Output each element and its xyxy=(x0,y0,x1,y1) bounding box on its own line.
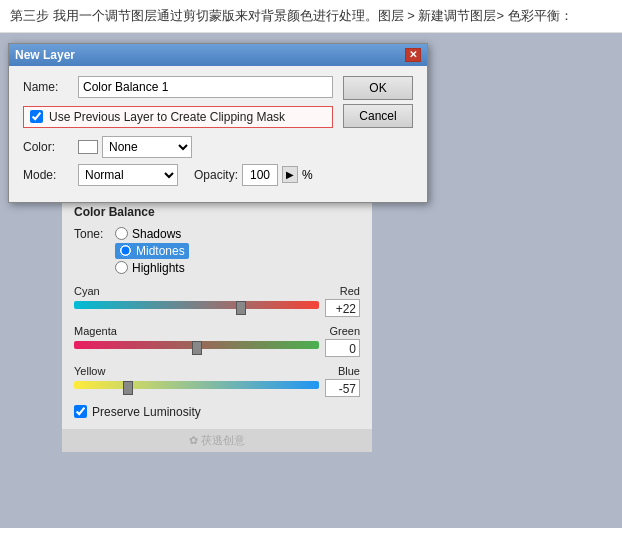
tone-shadows[interactable]: Shadows xyxy=(115,227,189,241)
magenta-green-value: 0 xyxy=(325,339,360,357)
tone-options: Shadows Midtones Highlights xyxy=(115,227,189,275)
opacity-label: Opacity: xyxy=(194,168,238,182)
blue-label: Blue xyxy=(338,365,360,377)
magenta-green-slider-row: Magenta Green 0 xyxy=(74,325,360,357)
color-select[interactable]: None xyxy=(102,136,192,158)
dialog-title: New Layer xyxy=(15,48,75,62)
name-input[interactable] xyxy=(78,76,333,98)
top-text: 第三步 我用一个调节图层通过剪切蒙版来对背景颜色进行处理。图层 > 新建调节图层… xyxy=(0,0,622,33)
ok-button[interactable]: OK xyxy=(343,76,413,100)
adj-body: Color Balance Tone: Shadows Midtones H xyxy=(62,197,372,429)
preserve-luminosity-checkbox[interactable] xyxy=(74,405,87,418)
cyan-label: Cyan xyxy=(74,285,100,297)
adjustments-panel: ADJUSTMENTS ≡ ◀▶ Color Balance Tone: Sha… xyxy=(62,173,372,452)
opacity-unit: % xyxy=(302,168,313,182)
red-label: Red xyxy=(340,285,360,297)
name-label: Name: xyxy=(23,80,78,94)
color-swatch xyxy=(78,140,98,154)
cyan-red-slider[interactable] xyxy=(74,301,319,315)
section-title: Color Balance xyxy=(74,205,360,219)
mode-label: Mode: xyxy=(23,168,78,182)
yellow-label: Yellow xyxy=(74,365,105,377)
opacity-stepper[interactable]: ▶ xyxy=(282,166,298,183)
mode-select[interactable]: Normal xyxy=(78,164,178,186)
clipping-mask-checkbox[interactable] xyxy=(30,110,43,123)
magenta-label: Magenta xyxy=(74,325,117,337)
new-layer-dialog: New Layer ✕ Name: Use Previous Layer to … xyxy=(8,43,428,203)
watermark: ✿ 茯逃创意 xyxy=(62,429,372,452)
color-label: Color: xyxy=(23,140,78,154)
clipping-mask-label: Use Previous Layer to Create Clipping Ma… xyxy=(49,110,285,124)
close-button[interactable]: ✕ xyxy=(405,48,421,62)
dialog-titlebar: New Layer ✕ xyxy=(9,44,427,66)
clipping-mask-checkbox-row: Use Previous Layer to Create Clipping Ma… xyxy=(23,106,333,128)
yellow-blue-value: -57 xyxy=(325,379,360,397)
preserve-luminosity-label: Preserve Luminosity xyxy=(92,405,201,419)
preserve-luminosity-row: Preserve Luminosity xyxy=(74,405,360,419)
cyan-red-value: +22 xyxy=(325,299,360,317)
dialog-buttons: OK Cancel xyxy=(343,76,413,128)
yellow-blue-slider[interactable] xyxy=(74,381,319,395)
watermark-icon: ✿ xyxy=(189,434,201,446)
tone-label: Tone: xyxy=(74,227,109,275)
cancel-button[interactable]: Cancel xyxy=(343,104,413,128)
yellow-blue-slider-row: Yellow Blue -57 xyxy=(74,365,360,397)
cyan-red-slider-row: Cyan Red +22 xyxy=(74,285,360,317)
tone-midtones[interactable]: Midtones xyxy=(115,243,189,259)
magenta-green-slider[interactable] xyxy=(74,341,319,355)
tone-highlights[interactable]: Highlights xyxy=(115,261,189,275)
opacity-input[interactable] xyxy=(242,164,278,186)
green-label: Green xyxy=(329,325,360,337)
